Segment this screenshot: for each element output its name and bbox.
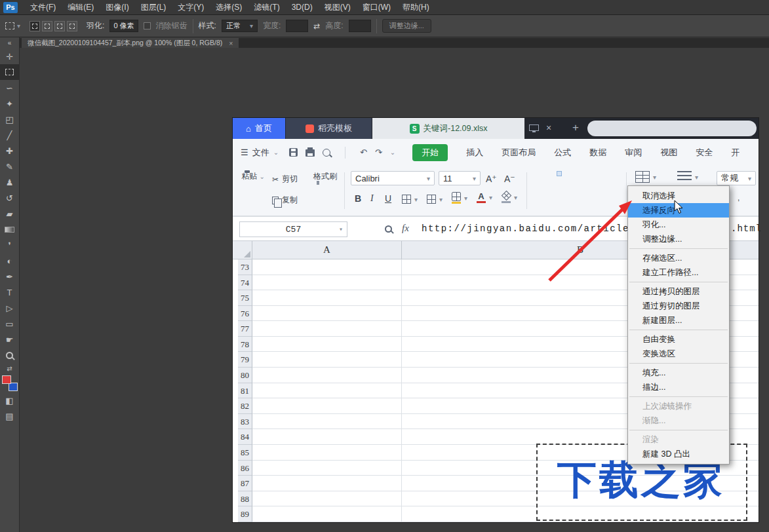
align-top-left-button[interactable] xyxy=(533,171,538,176)
cell[interactable] xyxy=(252,398,402,414)
document-tab[interactable]: 微信截图_20200109104457_副本.png @ 100% (图层 0,… xyxy=(22,38,239,48)
wps-document-tab[interactable]: S 关键词-12.09.xlsx xyxy=(372,118,524,139)
blur-tool[interactable]: ❜ xyxy=(0,237,20,253)
menu-item-new-3d-extrusion[interactable]: 新建 3D 凸出 xyxy=(628,447,729,461)
row-header[interactable]: 79 xyxy=(238,352,252,368)
subtract-selection-button[interactable] xyxy=(54,21,65,31)
decrease-font-button[interactable]: A⁻ xyxy=(504,174,515,184)
fx-icon[interactable]: fx xyxy=(402,223,409,234)
row-header[interactable]: 75 xyxy=(238,290,252,306)
menu-edit[interactable]: 编辑(E) xyxy=(62,2,100,13)
cell[interactable] xyxy=(252,445,402,461)
row-header[interactable]: 78 xyxy=(238,337,252,352)
menu-item-deselect[interactable]: 取消选择 xyxy=(628,189,729,203)
menu-item-new-layer[interactable]: 新建图层... xyxy=(628,313,729,328)
cell[interactable] xyxy=(252,275,402,291)
collapse-panel-icon[interactable]: « xyxy=(0,37,20,48)
crop-tool[interactable]: ◰ xyxy=(0,111,20,127)
redo-icon[interactable]: ↷ xyxy=(375,147,382,157)
align-right-button[interactable] xyxy=(557,192,562,197)
menu-filter[interactable]: 滤镜(T) xyxy=(248,2,285,13)
menu-item-fill[interactable]: 填充... xyxy=(628,366,729,380)
quick-selection-tool[interactable]: ✦ xyxy=(0,96,20,111)
paste-button[interactable]: 粘贴 ⌄ xyxy=(239,171,267,182)
lasso-tool[interactable]: ∽ xyxy=(0,80,20,96)
menu-select[interactable]: 选择(S) xyxy=(210,2,248,13)
align-top-center-button[interactable] xyxy=(545,171,550,176)
row-header[interactable]: 88 xyxy=(238,491,252,507)
cell[interactable] xyxy=(252,352,402,368)
gradient-tool[interactable] xyxy=(0,221,20,237)
feather-input[interactable]: 0 像素 xyxy=(109,20,138,32)
search-icon[interactable] xyxy=(385,225,392,233)
print-preview-icon[interactable] xyxy=(323,149,330,157)
menu-item-save-selection[interactable]: 存储选区... xyxy=(628,251,729,265)
format-painter-button[interactable]: 格式刷 xyxy=(310,171,340,182)
tool-preset-picker[interactable]: ▾ xyxy=(5,22,20,29)
menu-layer[interactable]: 图层(L) xyxy=(135,2,172,13)
rectangular-marquee-tool[interactable] xyxy=(0,64,20,80)
indent-decrease-button[interactable] xyxy=(568,171,574,176)
menu-type[interactable]: 文字(Y) xyxy=(172,2,210,13)
cell[interactable] xyxy=(252,476,402,491)
italic-button[interactable]: I xyxy=(370,193,374,204)
antialias-checkbox[interactable] xyxy=(144,22,151,29)
align-center-button[interactable] xyxy=(545,192,550,197)
cell[interactable] xyxy=(252,368,402,383)
row-header[interactable]: 86 xyxy=(238,461,252,476)
menu-item-transform-selection[interactable]: 变换选区 xyxy=(628,347,729,361)
row-header[interactable]: 87 xyxy=(238,476,252,491)
menu-help[interactable]: 帮助(H) xyxy=(397,2,435,13)
undo-icon[interactable]: ↶ xyxy=(360,147,367,157)
font-size-select[interactable]: 11 ▾ xyxy=(439,171,481,185)
underline-button[interactable]: U xyxy=(385,193,391,204)
indent-increase-button[interactable] xyxy=(568,192,574,197)
fill-color-button[interactable]: ▾ xyxy=(452,192,467,204)
menu-item-layer-via-cut[interactable]: 通过剪切的图层 xyxy=(628,299,729,313)
menu-file[interactable]: 文件(F) xyxy=(24,2,62,13)
cell[interactable] xyxy=(252,506,402,522)
row-header[interactable]: 89 xyxy=(238,506,252,522)
quick-mask-button[interactable]: ◧ xyxy=(0,392,20,408)
cell[interactable] xyxy=(252,321,402,337)
width-input[interactable] xyxy=(286,20,308,32)
new-tab-icon[interactable]: + xyxy=(572,121,579,134)
menu-image[interactable]: 图像(I) xyxy=(100,2,134,13)
intersect-selection-button[interactable] xyxy=(67,21,77,31)
spot-healing-tool[interactable]: ✚ xyxy=(0,143,20,159)
swap-dimensions-icon[interactable]: ⇄ xyxy=(313,22,320,31)
menu-item-make-work-path[interactable]: 建立工作路径... xyxy=(628,265,729,280)
cell[interactable] xyxy=(252,429,402,445)
menu-item-feather[interactable]: 羽化... xyxy=(628,218,729,232)
row-header[interactable]: 82 xyxy=(238,398,252,414)
align-middle-center-button[interactable] xyxy=(557,171,562,176)
menu-item-select-inverse[interactable]: 选择反向 xyxy=(628,203,729,218)
borders-button[interactable]: ▾ xyxy=(402,195,418,204)
history-brush-tool[interactable]: ↺ xyxy=(0,190,20,206)
height-input[interactable] xyxy=(349,20,371,32)
zoom-tool[interactable] xyxy=(0,347,20,363)
swap-colors-icon[interactable]: ⇄ xyxy=(0,363,20,374)
row-header[interactable]: 74 xyxy=(238,275,252,291)
type-tool[interactable]: T xyxy=(0,284,20,300)
print-icon[interactable] xyxy=(306,149,315,157)
align-left-button[interactable] xyxy=(533,192,538,197)
ribbon-tab-view[interactable]: 视图 xyxy=(660,147,677,159)
color-swatches[interactable] xyxy=(1,375,18,391)
screen-mode-button[interactable]: ▤ xyxy=(0,408,20,424)
row-header[interactable]: 77 xyxy=(238,321,252,337)
menu-3d[interactable]: 3D(D) xyxy=(286,3,319,12)
monitor-icon[interactable] xyxy=(529,124,539,131)
move-tool[interactable]: ✛ xyxy=(0,48,20,64)
menu-item-layer-via-copy[interactable]: 通过拷贝的图层 xyxy=(628,284,729,299)
row-header[interactable]: 73 xyxy=(238,259,252,275)
row-header[interactable]: 85 xyxy=(238,445,252,461)
cell[interactable] xyxy=(252,259,402,275)
ribbon-tab-page-layout[interactable]: 页面布局 xyxy=(502,147,536,159)
row-header[interactable]: 84 xyxy=(238,429,252,445)
formula-input[interactable]: http://jingyan.baidu.com/article xyxy=(422,223,629,234)
refine-edge-button[interactable]: 调整边缘... xyxy=(382,19,431,33)
ribbon-tab-formulas[interactable]: 公式 xyxy=(554,147,571,159)
dodge-tool[interactable]: ◐ xyxy=(0,253,20,269)
shape-tool[interactable]: ▭ xyxy=(0,316,20,332)
